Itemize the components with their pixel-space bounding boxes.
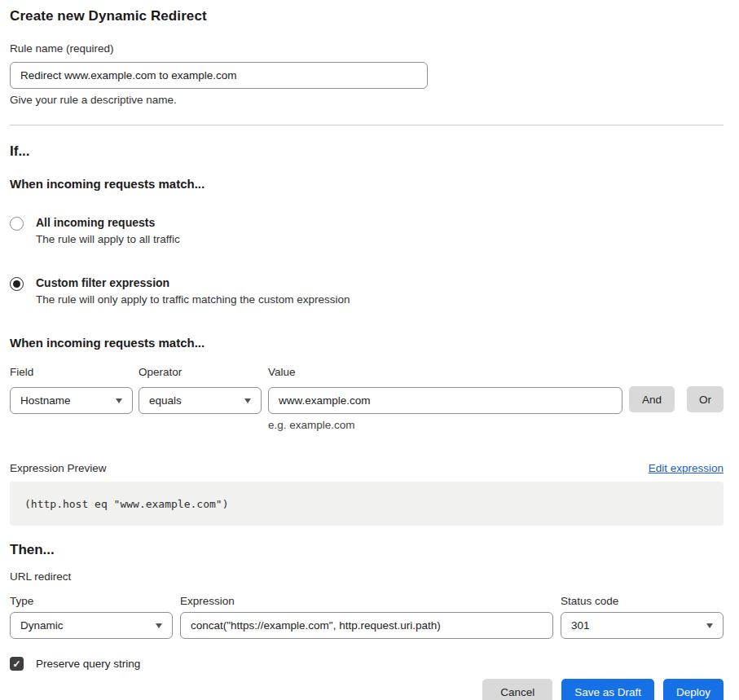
- check-icon: ✓: [12, 659, 20, 669]
- status-code-select-value: 301: [571, 619, 590, 632]
- radio-option-texts: Custom filter expression The rule will o…: [36, 276, 350, 306]
- value-column: Value e.g. example.com: [268, 366, 622, 431]
- rule-name-input[interactable]: [10, 62, 428, 89]
- radio-option-all-incoming-requests[interactable]: All incoming requests The rule will appl…: [10, 216, 724, 245]
- expression-preview-box: (http.host eq "www.example.com"): [10, 482, 724, 526]
- type-column: Type Dynamic: [10, 595, 173, 639]
- preserve-query-string-label: Preserve query string: [36, 658, 140, 670]
- expression-preview-label: Expression Preview: [10, 462, 107, 474]
- radio-option-description: The rule will apply to all traffic: [36, 233, 180, 245]
- status-code-column: Status code 301: [561, 595, 724, 639]
- expression-column: Expression: [180, 595, 553, 639]
- deploy-button[interactable]: Deploy: [663, 679, 724, 700]
- radio-option-label: Custom filter expression: [36, 276, 350, 289]
- field-label: Field: [10, 366, 133, 378]
- redirect-config-row: Type Dynamic Expression Status code 301: [10, 595, 724, 639]
- operator-label: Operator: [139, 366, 262, 378]
- save-as-draft-button[interactable]: Save as Draft: [561, 679, 654, 700]
- radio-option-custom-filter-expression[interactable]: Custom filter expression The rule will o…: [10, 276, 724, 306]
- filter-match-heading: When incoming requests match...: [10, 336, 724, 350]
- radio-selected-icon[interactable]: [10, 277, 24, 291]
- expression-preview-header: Expression Preview Edit expression: [10, 462, 724, 474]
- url-redirect-subheading: URL redirect: [10, 570, 724, 583]
- field-column: Field Hostname: [10, 366, 133, 414]
- status-code-label: Status code: [561, 595, 724, 607]
- rule-name-help: Give your rule a descriptive name.: [10, 94, 724, 106]
- edit-expression-link[interactable]: Edit expression: [649, 462, 724, 474]
- connector-buttons: And Or: [629, 386, 724, 412]
- expression-code: (http.host eq "www.example.com"): [24, 498, 228, 510]
- if-match-heading: When incoming requests match...: [10, 177, 724, 191]
- value-label: Value: [268, 366, 622, 378]
- create-redirect-form: Create new Dynamic Redirect Rule name (r…: [0, 0, 739, 700]
- rule-name-block: Rule name (required) Give your rule a de…: [10, 42, 724, 106]
- radio-option-label: All incoming requests: [36, 216, 180, 229]
- operator-select[interactable]: equals: [139, 387, 262, 414]
- field-select[interactable]: Hostname: [10, 387, 133, 414]
- page-title: Create new Dynamic Redirect: [10, 8, 724, 24]
- section-divider: [10, 125, 724, 125]
- filter-builder-row: Field Hostname Operator equals Value e.g…: [10, 366, 724, 431]
- operator-column: Operator equals: [139, 366, 262, 414]
- or-button[interactable]: Or: [687, 386, 724, 412]
- chevron-down-icon: [156, 623, 162, 628]
- chevron-down-icon: [244, 398, 251, 403]
- status-code-select[interactable]: 301: [561, 612, 724, 639]
- radio-option-description: The rule will only apply to traffic matc…: [36, 293, 350, 306]
- expression-label: Expression: [180, 595, 553, 607]
- checkbox-checked-icon[interactable]: ✓: [10, 657, 24, 671]
- if-heading: If...: [10, 143, 724, 160]
- chevron-down-icon: [706, 623, 713, 628]
- type-label: Type: [10, 595, 173, 607]
- type-select-value: Dynamic: [20, 619, 64, 632]
- rule-name-label: Rule name (required): [10, 42, 724, 55]
- value-input[interactable]: [268, 387, 622, 414]
- radio-unselected-icon[interactable]: [10, 217, 24, 231]
- value-help: e.g. example.com: [268, 419, 622, 431]
- cancel-button[interactable]: Cancel: [482, 679, 552, 700]
- footer-actions: Cancel Save as Draft Deploy: [10, 679, 724, 700]
- radio-option-texts: All incoming requests The rule will appl…: [36, 216, 180, 245]
- chevron-down-icon: [116, 398, 122, 403]
- then-heading: Then...: [10, 542, 724, 558]
- field-select-value: Hostname: [20, 394, 71, 407]
- operator-select-value: equals: [149, 394, 182, 407]
- redirect-expression-input[interactable]: [180, 612, 553, 639]
- type-select[interactable]: Dynamic: [10, 612, 173, 639]
- preserve-query-string-option[interactable]: ✓ Preserve query string: [10, 657, 724, 671]
- and-button[interactable]: And: [629, 386, 675, 412]
